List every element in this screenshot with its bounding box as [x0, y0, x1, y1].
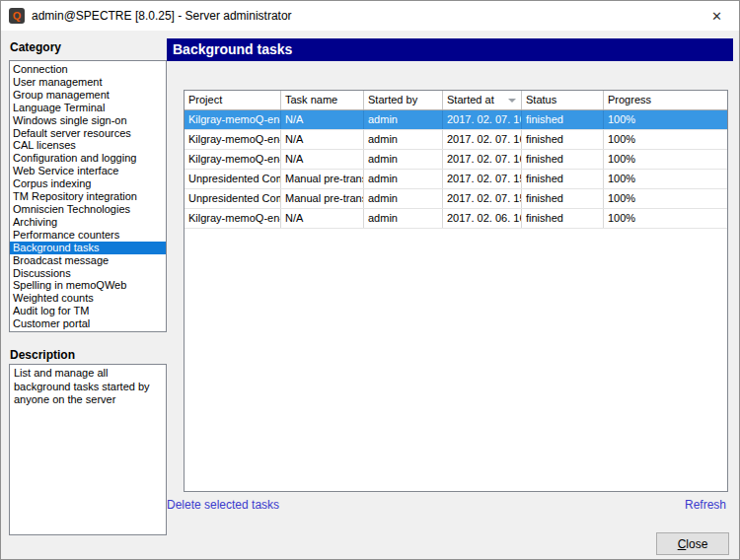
page-title: Background tasks [167, 38, 733, 61]
description-label: Description [10, 348, 75, 362]
server-administrator-window: Q admin@SPECTRE [8.0.25] - Server admini… [0, 0, 740, 560]
cell-progress: 100% [604, 130, 728, 149]
window-title: admin@SPECTRE [8.0.25] - Server administ… [32, 9, 292, 23]
cell-status: finished [522, 209, 604, 228]
refresh-link[interactable]: Refresh [685, 498, 726, 512]
category-list: Connection User management Group managem… [9, 60, 167, 332]
description-box: List and manage all background tasks sta… [9, 364, 167, 535]
close-button-label: Close [678, 537, 708, 551]
table-row[interactable]: Unpresidented Company-... Manual pre-tra… [185, 189, 727, 209]
cell-progress: 100% [604, 110, 728, 129]
cell-status: finished [522, 130, 604, 149]
table-row[interactable]: Unpresidented Company-... Manual pre-tra… [185, 170, 727, 189]
column-header-started-by[interactable]: Started by [364, 91, 443, 109]
column-header-project[interactable]: Project [185, 91, 281, 109]
cell-started-at: 2017. 02. 07. 15:... [443, 170, 522, 188]
category-item-spelling-in-memoqweb[interactable]: Spelling in memoQWeb [10, 279, 166, 292]
cell-started-by: admin [364, 209, 443, 228]
cell-project: Kilgray-memoQ-en-hu [185, 130, 281, 149]
category-item-performance-counters[interactable]: Performance counters [10, 229, 166, 242]
category-item-default-server-resources[interactable]: Default server resources [10, 127, 166, 140]
delete-selected-tasks-link[interactable]: Delete selected tasks [167, 498, 279, 512]
cell-project: Kilgray-memoQ-en-hu3 [185, 110, 281, 129]
tasks-table: Project Task name Started by Started at … [184, 90, 728, 492]
cell-project: Unpresidented Company-... [185, 189, 281, 208]
cell-progress: 100% [604, 170, 728, 188]
cell-task-name: Manual pre-transl... [281, 170, 364, 188]
category-item-broadcast-message[interactable]: Broadcast message [10, 254, 166, 267]
cell-started-at: 2017. 02. 07. 16:... [443, 110, 522, 129]
table-row[interactable]: Kilgray-memoQ-en-hu2 N/A admin 2017. 02.… [185, 150, 727, 170]
category-item-cal-licenses[interactable]: CAL licenses [10, 139, 166, 152]
cell-started-by: admin [364, 189, 443, 208]
cell-task-name: N/A [281, 110, 364, 129]
table-row[interactable]: Kilgray-memoQ-en-hu4 N/A admin 2017. 02.… [185, 209, 727, 229]
category-item-connection[interactable]: Connection [10, 63, 166, 76]
cell-task-name: N/A [281, 209, 364, 228]
cell-status: finished [522, 150, 604, 169]
category-item-web-service-interface[interactable]: Web Service interface [10, 165, 166, 177]
category-item-language-terminal[interactable]: Language Terminal [10, 102, 166, 114]
cell-task-name: N/A [281, 150, 364, 169]
window-close-button[interactable]: ✕ [695, 1, 739, 31]
column-header-task-name[interactable]: Task name [281, 91, 364, 109]
table-header-row: Project Task name Started by Started at … [185, 91, 727, 110]
cell-started-by: admin [364, 170, 443, 188]
category-item-omniscien-technologies[interactable]: Omniscien Technologies [10, 203, 166, 216]
sort-descending-icon [508, 99, 516, 103]
memoq-app-icon: Q [9, 8, 25, 24]
cell-started-by: admin [364, 130, 443, 149]
cell-progress: 100% [604, 189, 728, 208]
cell-task-name: Manual pre-transl... [281, 189, 364, 208]
title-bar: Q admin@SPECTRE [8.0.25] - Server admini… [1, 1, 739, 31]
category-item-audit-log-for-tm[interactable]: Audit log for TM [10, 305, 166, 317]
category-item-archiving[interactable]: Archiving [10, 216, 166, 229]
cell-started-at: 2017. 02. 07. 15:... [443, 189, 522, 208]
cell-project: Kilgray-memoQ-en-hu2 [185, 150, 281, 169]
cell-started-at: 2017. 02. 07. 16:... [443, 130, 522, 149]
cell-started-at: 2017. 02. 06. 16:... [443, 209, 522, 228]
category-item-tm-repository-integration[interactable]: TM Repository integration [10, 190, 166, 203]
cell-status: finished [522, 189, 604, 208]
category-item-user-management[interactable]: User management [10, 76, 166, 89]
category-item-configuration-and-logging[interactable]: Configuration and logging [10, 152, 166, 165]
category-item-background-tasks[interactable]: Background tasks [10, 242, 166, 254]
table-row[interactable]: Kilgray-memoQ-en-hu N/A admin 2017. 02. … [185, 130, 727, 150]
cell-started-by: admin [364, 150, 443, 169]
category-item-group-management[interactable]: Group management [10, 89, 166, 102]
cell-project: Unpresidented Company-... [185, 170, 281, 188]
description-text: List and manage all background tasks sta… [14, 367, 162, 407]
category-item-discussions[interactable]: Discussions [10, 267, 166, 280]
cell-started-by: admin [364, 110, 443, 129]
category-item-corpus-indexing[interactable]: Corpus indexing [10, 177, 166, 190]
category-item-customer-portal[interactable]: Customer portal [10, 317, 166, 330]
cell-status: finished [522, 170, 604, 188]
cell-progress: 100% [604, 150, 728, 169]
cell-project: Kilgray-memoQ-en-hu4 [185, 209, 281, 228]
cell-started-at: 2017. 02. 07. 16:... [443, 150, 522, 169]
cell-progress: 100% [604, 209, 728, 228]
table-row[interactable]: Kilgray-memoQ-en-hu3 N/A admin 2017. 02.… [185, 110, 727, 130]
column-header-progress[interactable]: Progress [604, 91, 728, 109]
category-item-weighted-counts[interactable]: Weighted counts [10, 292, 166, 305]
close-button[interactable]: Close [656, 532, 729, 555]
column-header-status[interactable]: Status [522, 91, 604, 109]
category-label: Category [10, 40, 61, 54]
cell-task-name: N/A [281, 130, 364, 149]
column-header-started-at-label: Started at [447, 94, 494, 105]
category-item-windows-single-sign-on[interactable]: Windows single sign-on [10, 114, 166, 127]
column-header-started-at[interactable]: Started at [443, 91, 522, 109]
close-icon: ✕ [711, 9, 722, 24]
app-icon-glyph: Q [13, 11, 22, 22]
cell-status: finished [522, 110, 604, 129]
